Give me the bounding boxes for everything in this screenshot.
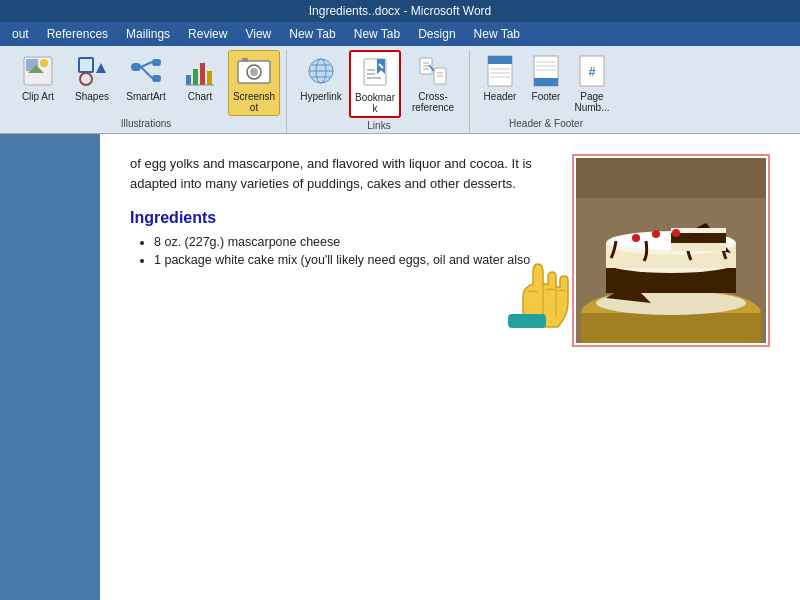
svg-marker-5 (96, 63, 106, 73)
svg-point-6 (80, 73, 92, 85)
cake-image-container (572, 154, 770, 347)
clip-art-icon (20, 53, 56, 89)
bookmark-label: Bookmark (353, 92, 397, 114)
chart-button[interactable]: Chart (174, 50, 226, 112)
svg-rect-14 (200, 63, 205, 85)
clip-art-button[interactable]: Clip Art (12, 50, 64, 112)
cross-reference-icon (415, 53, 451, 89)
menu-bar: out References Mailings Review View New … (0, 22, 800, 46)
menu-design[interactable]: Design (410, 25, 463, 43)
screenshot-icon (236, 53, 272, 89)
svg-point-19 (250, 68, 258, 76)
ribbon-group-links: Hyperlink (289, 50, 470, 133)
svg-rect-67 (576, 158, 766, 198)
svg-rect-12 (186, 75, 191, 85)
cross-reference-button[interactable]: Cross-reference (403, 50, 463, 116)
ribbon: Clip Art Shapes (0, 46, 800, 134)
svg-rect-40 (488, 56, 512, 64)
ribbon-group-header-footer: Header Footer (472, 50, 620, 133)
ribbon-group-illustrations: Clip Art Shapes (6, 50, 287, 133)
doc-page[interactable]: of egg yolks and mascarpone, and flavore… (100, 134, 800, 600)
smartart-label: SmartArt (126, 91, 165, 102)
svg-point-66 (672, 229, 680, 237)
svg-rect-9 (152, 75, 161, 82)
header-footer-label: Header & Footer (478, 116, 614, 131)
chart-icon (182, 53, 218, 89)
shapes-label: Shapes (75, 91, 109, 102)
illustrations-label: Illustrations (12, 116, 280, 131)
menu-view[interactable]: View (237, 25, 279, 43)
title-bar: Ingredients..docx - Microsoft Word (0, 0, 800, 22)
header-label: Header (484, 91, 517, 102)
clip-art-label: Clip Art (22, 91, 54, 102)
menu-review[interactable]: Review (180, 25, 235, 43)
chart-label: Chart (188, 91, 212, 102)
smartart-icon (128, 53, 164, 89)
svg-point-65 (652, 230, 660, 238)
footer-icon (531, 53, 561, 89)
svg-rect-15 (207, 71, 212, 85)
header-button[interactable]: Header (478, 50, 522, 112)
links-label: Links (295, 118, 463, 133)
document-area: of egg yolks and mascarpone, and flavore… (0, 134, 800, 600)
page-number-button[interactable]: # Page Numb... (570, 50, 614, 116)
menu-newtab3[interactable]: New Tab (466, 25, 528, 43)
svg-rect-20 (242, 58, 248, 62)
svg-rect-8 (152, 59, 161, 66)
svg-rect-7 (131, 63, 141, 71)
svg-rect-70 (508, 314, 546, 328)
menu-mailings[interactable]: Mailings (118, 25, 178, 43)
page-number-icon: # (577, 53, 607, 89)
svg-rect-4 (79, 58, 93, 72)
bookmark-button[interactable]: Bookmark (349, 50, 401, 118)
screenshot-label: Screenshot (231, 91, 277, 113)
hyperlink-icon (303, 53, 339, 89)
footer-label: Footer (532, 91, 561, 102)
shapes-icon (74, 53, 110, 89)
header-icon (485, 53, 515, 89)
svg-text:#: # (589, 65, 596, 79)
title-text: Ingredients..docx - Microsoft Word (309, 4, 492, 18)
svg-rect-53 (581, 313, 761, 343)
hyperlink-button[interactable]: Hyperlink (295, 50, 347, 112)
shapes-button[interactable]: Shapes (66, 50, 118, 112)
svg-rect-63 (671, 243, 726, 251)
svg-rect-45 (534, 78, 558, 86)
doc-left-margin (0, 134, 100, 600)
svg-point-64 (632, 234, 640, 242)
svg-rect-13 (193, 69, 198, 85)
svg-line-10 (141, 62, 152, 67)
bookmark-icon (357, 54, 393, 90)
menu-out[interactable]: out (4, 25, 37, 43)
footer-button[interactable]: Footer (524, 50, 568, 112)
smartart-button[interactable]: SmartArt (120, 50, 172, 112)
menu-newtab1[interactable]: New Tab (281, 25, 343, 43)
menu-newtab2[interactable]: New Tab (346, 25, 408, 43)
svg-point-3 (40, 59, 48, 67)
svg-line-11 (141, 67, 152, 78)
menu-references[interactable]: References (39, 25, 116, 43)
cake-image (576, 158, 766, 343)
cross-reference-label: Cross-reference (406, 91, 460, 113)
screenshot-button[interactable]: Screenshot (228, 50, 280, 116)
page-number-label: Page Numb... (573, 91, 611, 113)
hyperlink-label: Hyperlink (300, 91, 342, 102)
